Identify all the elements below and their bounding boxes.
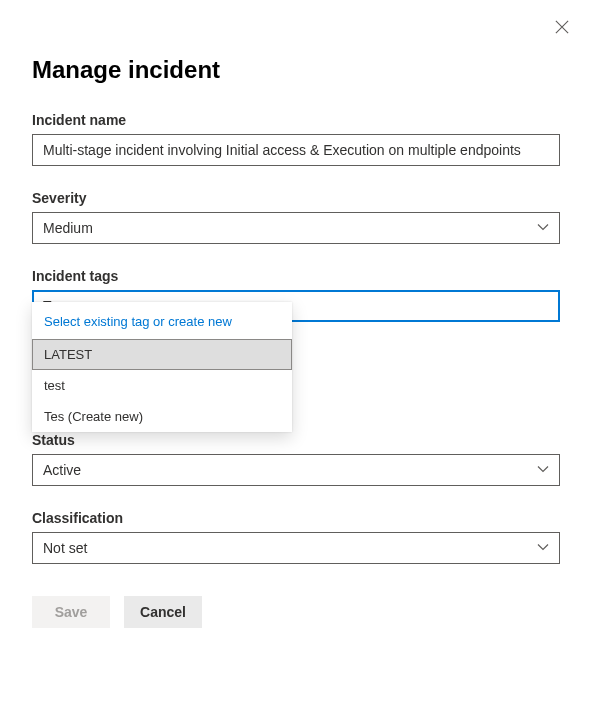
classification-label: Classification (32, 510, 560, 526)
field-incident-tags: Incident tags Select existing tag or cre… (32, 268, 560, 322)
field-incident-name: Incident name (32, 112, 560, 166)
button-row: Save Cancel (32, 596, 560, 628)
close-icon (555, 20, 569, 37)
incident-tags-label: Incident tags (32, 268, 560, 284)
field-status: Status Active (32, 432, 560, 486)
panel-title: Manage incident (32, 56, 560, 84)
status-value: Active (43, 462, 81, 478)
tag-option[interactable]: test (32, 370, 292, 401)
status-dropdown[interactable]: Active (32, 454, 560, 486)
tags-suggestions-prompt: Select existing tag or create new (32, 302, 292, 339)
tag-option[interactable]: LATEST (32, 339, 292, 370)
incident-name-label: Incident name (32, 112, 560, 128)
status-label: Status (32, 432, 560, 448)
save-button[interactable]: Save (32, 596, 110, 628)
incident-name-input[interactable] (32, 134, 560, 166)
severity-value: Medium (43, 220, 93, 236)
chevron-down-icon (537, 462, 549, 478)
tags-suggestions-callout: Select existing tag or create new LATEST… (32, 302, 292, 432)
severity-label: Severity (32, 190, 560, 206)
close-button[interactable] (552, 18, 572, 38)
chevron-down-icon (537, 220, 549, 236)
field-severity: Severity Medium (32, 190, 560, 244)
chevron-down-icon (537, 540, 549, 556)
manage-incident-panel: Manage incident Incident name Severity M… (0, 0, 592, 660)
cancel-button[interactable]: Cancel (124, 596, 202, 628)
classification-dropdown[interactable]: Not set (32, 532, 560, 564)
classification-value: Not set (43, 540, 87, 556)
field-classification: Classification Not set (32, 510, 560, 564)
tag-option[interactable]: Tes (Create new) (32, 401, 292, 432)
severity-dropdown[interactable]: Medium (32, 212, 560, 244)
